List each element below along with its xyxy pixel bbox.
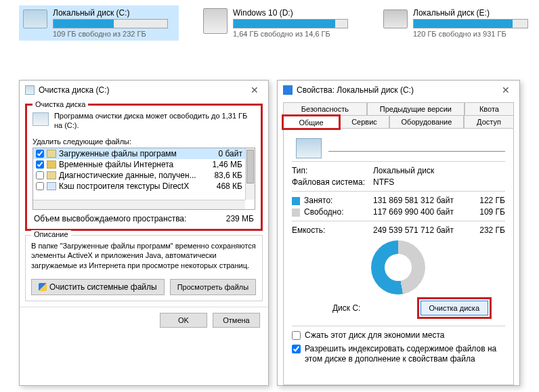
- cleanup-group: Очистка диска Программа очистки диска мо…: [25, 104, 263, 231]
- tab-previous-versions[interactable]: Предыдущие версии: [367, 102, 465, 115]
- used-label: Занято:: [304, 196, 332, 205]
- disk-cleanup-button[interactable]: Очистка диска: [421, 301, 488, 315]
- drive-free-text: 109 ГБ свободно из 232 ГБ: [53, 30, 175, 38]
- used-human: 122 ГБ: [471, 196, 505, 205]
- file-checkbox[interactable]: [36, 182, 44, 190]
- drives-row: Локальный диск (C:) 109 ГБ свободно из 2…: [0, 0, 539, 46]
- highlight-box: Очистка диска: [417, 297, 492, 319]
- file-icon: [47, 182, 56, 190]
- drive-free-text: 1,64 ГБ свободно из 14,6 ГБ: [233, 30, 355, 38]
- titlebar[interactable]: Свойства: Локальный диск (C:) ✕: [278, 81, 519, 100]
- file-checkbox[interactable]: [36, 160, 44, 169]
- folder-icon: [47, 171, 56, 179]
- tabs: Безопасность Предыдущие версии Квота Общ…: [278, 100, 519, 385]
- close-icon[interactable]: ✕: [246, 85, 263, 95]
- disk-properties-dialog: Свойства: Локальный диск (C:) ✕ Безопасн…: [277, 80, 520, 386]
- dialog-title: Очистка диска (C:): [39, 85, 246, 95]
- drive-icon: [203, 8, 228, 34]
- list-item[interactable]: Кэш построителя текстуры DirectX 468 КБ: [33, 181, 245, 192]
- list-item[interactable]: Диагностические данные, получен... 83,6 …: [33, 170, 245, 181]
- tab-sharing[interactable]: Доступ: [464, 115, 514, 128]
- drive-name: Локальный диск (E:): [413, 8, 535, 18]
- close-icon[interactable]: ✕: [498, 85, 514, 95]
- group-label: Очистка диска: [33, 100, 88, 108]
- dialog-title: Свойства: Локальный диск (C:): [297, 85, 498, 95]
- tab-panel-general: Тип:Локальный диск Файловая система:NTFS…: [283, 128, 514, 385]
- capacity-label: Емкость:: [292, 225, 373, 235]
- drive-icon: [33, 112, 49, 126]
- index-checkbox-row[interactable]: Разрешить индексировать содержимое файло…: [292, 344, 505, 365]
- drive-usage-bar: [53, 19, 168, 28]
- delete-files-label: Удалить следующие файлы:: [33, 137, 255, 146]
- tab-tools[interactable]: Сервис: [339, 115, 389, 128]
- drive-usage-bar: [413, 19, 528, 28]
- drive-usage-bar: [233, 19, 348, 28]
- dialog-footer: OK Отмена: [20, 307, 268, 333]
- capacity-human: 232 ГБ: [471, 225, 505, 235]
- drive-icon: [23, 9, 47, 28]
- type-value: Локальный диск: [373, 166, 505, 175]
- compress-checkbox-row[interactable]: Сжать этот диск для экономии места: [292, 330, 505, 341]
- drive-icon: [383, 9, 408, 28]
- file-checkbox[interactable]: [36, 171, 44, 179]
- tab-hardware[interactable]: Оборудование: [389, 115, 464, 128]
- used-color-icon: [292, 197, 300, 205]
- file-checkbox[interactable]: [36, 150, 44, 158]
- capacity-bytes: 249 539 571 712 байт: [373, 225, 471, 235]
- tab-quota[interactable]: Квота: [465, 102, 514, 115]
- list-item[interactable]: Временные файлы Интернета 1,46 МБ: [33, 159, 245, 170]
- usage-pie-chart: [371, 240, 425, 295]
- used-bytes: 131 869 581 312 байт: [373, 196, 471, 205]
- description-text: В папке "Загруженные файлы программ" вре…: [31, 241, 257, 271]
- fs-value: NTFS: [373, 177, 505, 187]
- type-label: Тип:: [292, 166, 373, 175]
- fs-label: Файловая система:: [292, 177, 373, 187]
- horizontal-scrollbar[interactable]: [33, 200, 245, 209]
- tab-security[interactable]: Безопасность: [283, 102, 367, 115]
- free-bytes: 117 669 990 400 байт: [373, 207, 471, 217]
- free-color-icon: [292, 209, 300, 217]
- index-checkbox[interactable]: [292, 345, 301, 353]
- cancel-button[interactable]: Отмена: [213, 313, 260, 328]
- lock-icon: [47, 160, 56, 169]
- ok-button[interactable]: OK: [160, 313, 207, 328]
- tab-general[interactable]: Общие: [283, 116, 339, 129]
- titlebar[interactable]: Очистка диска (C:) ✕: [20, 81, 268, 100]
- file-list[interactable]: Загруженные файлы программ 0 байт Времен…: [33, 148, 255, 210]
- drive-name: Windows 10 (D:): [233, 8, 355, 18]
- clean-system-files-button[interactable]: Очистить системные файлы: [31, 279, 165, 295]
- total-value: 239 МБ: [226, 214, 254, 223]
- disk-cleanup-dialog: Очистка диска (C:) ✕ Очистка диска Прогр…: [19, 80, 269, 386]
- drive-tile-c[interactable]: Локальный диск (C:) 109 ГБ свободно из 2…: [19, 5, 179, 41]
- drive-name: Локальный диск (C:): [53, 8, 175, 18]
- shield-icon: [39, 283, 47, 291]
- drive-free-text: 120 ГБ свободно из 931 ГБ: [413, 30, 535, 38]
- view-files-button[interactable]: Просмотреть файлы: [170, 279, 256, 295]
- folder-icon: [47, 150, 56, 158]
- drive-tile-d[interactable]: Windows 10 (D:) 1,64 ГБ свободно из 14,6…: [199, 5, 359, 41]
- drive-icon: [283, 85, 293, 95]
- vertical-scrollbar[interactable]: [245, 148, 255, 200]
- disk-name-input[interactable]: [328, 139, 505, 152]
- disk-label: Диск C:: [332, 303, 360, 313]
- group-label: Описание: [31, 230, 71, 238]
- total-label: Объем высвобождаемого пространства:: [34, 214, 226, 223]
- free-human: 109 ГБ: [471, 207, 505, 217]
- list-item[interactable]: Загруженные файлы программ 0 байт: [33, 148, 245, 159]
- intro-text: Программа очистки диска может освободить…: [54, 111, 255, 131]
- compress-checkbox[interactable]: [292, 331, 301, 340]
- description-group: Описание В папке "Загруженные файлы прог…: [25, 235, 263, 302]
- drive-tile-e[interactable]: Локальный диск (E:) 120 ГБ свободно из 9…: [379, 5, 539, 41]
- drive-icon: [25, 85, 35, 95]
- free-label: Свободно:: [304, 207, 344, 217]
- drive-icon: [296, 138, 322, 158]
